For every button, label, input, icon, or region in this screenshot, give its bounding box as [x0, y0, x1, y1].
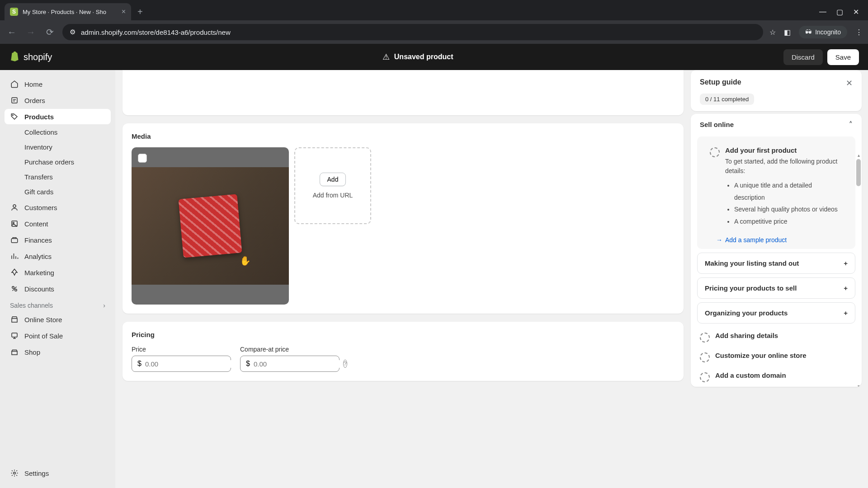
finances-icon	[10, 235, 19, 244]
description-card-partial	[123, 70, 684, 115]
svg-point-4	[13, 222, 14, 224]
price-input-wrapper[interactable]: $	[132, 356, 231, 372]
pos-icon	[10, 331, 19, 340]
nav-shop[interactable]: Shop	[5, 344, 111, 360]
add-media-button[interactable]: Add	[320, 173, 346, 186]
nav-orders[interactable]: Orders	[5, 93, 111, 108]
first-product-item[interactable]: Add your first product To get started, a…	[697, 136, 855, 249]
svg-point-7	[15, 289, 17, 291]
media-checkbox[interactable]	[138, 154, 147, 163]
logo-text: shopify	[24, 52, 52, 62]
nav-label: Finances	[24, 236, 52, 244]
nav-marketing[interactable]: Marketing	[5, 265, 111, 280]
back-icon[interactable]: ←	[5, 27, 18, 38]
nav-discounts[interactable]: Discounts	[5, 281, 111, 296]
scroll-up-icon[interactable]: ▴	[856, 153, 861, 158]
link-label: Add a sample product	[725, 236, 787, 244]
nav-transfers[interactable]: Transfers	[5, 170, 111, 184]
custom-domain-item[interactable]: Add a custom domain	[691, 367, 862, 387]
nav-home[interactable]: Home	[5, 76, 111, 92]
marketing-icon	[10, 268, 19, 277]
media-thumbnail[interactable]	[132, 147, 289, 305]
media-card: Media Add Add from URL	[123, 123, 684, 314]
first-product-desc: To get started, add the following produc…	[725, 157, 843, 176]
setup-scrollbar[interactable]: ▴ ▾	[856, 159, 861, 382]
shop-icon	[10, 347, 19, 357]
nav-products[interactable]: Products	[5, 109, 111, 124]
compare-price-input[interactable]	[254, 360, 340, 368]
price-label: Price	[132, 346, 231, 353]
nav-online-store[interactable]: Online Store	[5, 312, 111, 327]
item-label: Add sharing details	[715, 332, 778, 339]
nav-content[interactable]: Content	[5, 216, 111, 231]
plus-icon: +	[844, 284, 848, 292]
making-stand-out-item[interactable]: Making your listing stand out +	[697, 253, 855, 274]
item-label: Pricing your products to sell	[705, 284, 797, 292]
shopify-logo[interactable]: shopify	[9, 51, 52, 63]
sharing-details-item[interactable]: Add sharing details	[691, 327, 862, 347]
nav-customers[interactable]: Customers	[5, 200, 111, 215]
nav-label: Orders	[24, 97, 45, 104]
new-tab-button[interactable]: +	[131, 3, 149, 20]
setup-guide-panel: Sell online ˄ Add your first product To …	[691, 114, 862, 387]
incognito-badge[interactable]: 🕶 Incognito	[799, 26, 847, 38]
svg-rect-0	[12, 98, 17, 103]
nav-analytics[interactable]: Analytics	[5, 249, 111, 264]
nav-label: Online Store	[24, 316, 62, 324]
bookmark-icon[interactable]: ☆	[769, 28, 776, 37]
settings-icon	[10, 469, 19, 478]
close-window-icon[interactable]: ✕	[853, 8, 859, 16]
nav-settings[interactable]: Settings	[5, 465, 111, 481]
step-incomplete-icon	[710, 147, 720, 157]
products-icon	[10, 112, 19, 121]
browser-tab[interactable]: S My Store · Products · New · Sho ×	[5, 3, 131, 20]
organizing-products-item[interactable]: Organizing your products +	[697, 302, 855, 324]
main-content: Media Add Add from URL Pric	[115, 70, 691, 488]
reload-icon[interactable]: ⟳	[43, 27, 56, 38]
nav-label: Purchase orders	[24, 158, 74, 166]
svg-point-6	[12, 286, 14, 289]
help-icon[interactable]: ?	[343, 360, 347, 368]
pricing-products-item[interactable]: Pricing your products to sell +	[697, 277, 855, 299]
nav-label: Collections	[24, 128, 57, 136]
url-input[interactable]: ⚙ admin.shopify.com/store/de8143-a6/prod…	[62, 24, 763, 40]
add-from-url-link[interactable]: Add from URL	[313, 192, 353, 199]
nav-purchase-orders[interactable]: Purchase orders	[5, 155, 111, 169]
minimize-icon[interactable]: —	[819, 8, 826, 16]
save-button[interactable]: Save	[827, 49, 859, 65]
tab-title: My Store · Products · New · Sho	[23, 9, 106, 15]
nav-label: Content	[24, 220, 48, 228]
nav-gift-cards[interactable]: Gift cards	[5, 185, 111, 199]
setup-guide-header-card: Setup guide ✕ 0 / 11 completed	[691, 70, 862, 111]
nav-label: Shop	[24, 348, 40, 356]
sell-online-section[interactable]: Sell online ˄	[691, 114, 862, 135]
nav-point-of-sale[interactable]: Point of Sale	[5, 328, 111, 343]
media-add-dropzone[interactable]: Add Add from URL	[294, 147, 371, 224]
customize-store-item[interactable]: Customize your online store	[691, 347, 862, 367]
nav-label: Products	[24, 113, 54, 121]
close-tab-icon[interactable]: ×	[122, 8, 126, 16]
price-input[interactable]	[145, 360, 231, 368]
add-sample-product-link[interactable]: → Add a sample product	[716, 236, 852, 244]
maximize-icon[interactable]: ▢	[836, 8, 843, 16]
nav-label: Customers	[24, 204, 57, 211]
nav-inventory[interactable]: Inventory	[5, 140, 111, 154]
site-settings-icon[interactable]: ⚙	[70, 28, 75, 36]
nav-collections[interactable]: Collections	[5, 125, 111, 139]
scroll-down-icon[interactable]: ▾	[856, 384, 861, 387]
nav-finances[interactable]: Finances	[5, 232, 111, 248]
scrollbar-thumb[interactable]	[856, 159, 861, 186]
chevron-up-icon: ˄	[849, 120, 853, 128]
nav-label: Settings	[24, 469, 49, 477]
nav-label: Discounts	[24, 285, 54, 293]
close-setup-icon[interactable]: ✕	[846, 78, 853, 88]
menu-icon[interactable]: ⋮	[855, 28, 863, 37]
discard-button[interactable]: Discard	[783, 49, 823, 65]
setup-progress: 0 / 11 completed	[700, 94, 754, 105]
side-panel-icon[interactable]: ◧	[784, 28, 791, 37]
svg-point-9	[14, 472, 16, 474]
chevron-right-icon: ›	[103, 302, 105, 309]
forward-icon[interactable]: →	[24, 27, 37, 38]
compare-price-input-wrapper[interactable]: $ ?	[240, 356, 340, 372]
sales-channels-header[interactable]: Sales channels›	[5, 297, 111, 312]
